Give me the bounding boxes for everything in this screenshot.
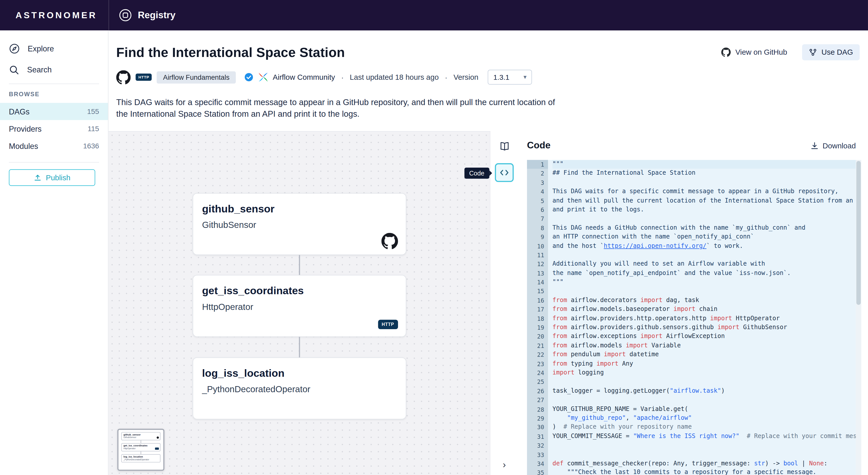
- code-line: def commit_message_checker(repo: Any, tr…: [553, 459, 856, 468]
- registry-logo-icon: [119, 8, 132, 22]
- code-scrollbar[interactable]: [856, 160, 861, 475]
- view-on-github-link[interactable]: View on GitHub: [721, 47, 787, 57]
- download-icon: [810, 141, 819, 150]
- code-viewer[interactable]: 1234567891011121314151617181920212223242…: [527, 160, 861, 475]
- use-dag-button[interactable]: Use DAG: [802, 44, 860, 60]
- line-number: 19: [527, 323, 548, 332]
- dag-edge: [299, 337, 300, 358]
- minimap-node: log_iss_location_PythonDecoratedOperator: [121, 454, 160, 463]
- line-number: 32: [527, 441, 548, 450]
- code-line: YOUR_GITHUB_REPO_NAME = Variable.get(: [553, 405, 856, 414]
- dag-node-get_iss_coordinates[interactable]: get_iss_coordinatesHttpOperatorHTTP: [192, 275, 406, 337]
- dag-graph-canvas[interactable]: github_sensorGithubSensorget_iss_coordin…: [108, 131, 491, 475]
- code-line: an HTTP connection with the name `open_n…: [553, 232, 856, 242]
- line-number: 8: [527, 223, 548, 232]
- browse-item-label: Providers: [9, 124, 41, 133]
- code-tab-button[interactable]: [495, 163, 514, 182]
- browse-list: DAGs155Providers115Modules1636: [0, 103, 108, 154]
- line-number: 2: [527, 169, 548, 178]
- sidebar-item-providers[interactable]: Providers115: [0, 120, 108, 137]
- sidebar-item-label: Explore: [28, 44, 54, 53]
- separator-dot: ·: [341, 73, 344, 81]
- code-panel-title: Code: [527, 140, 551, 151]
- code-line: from pendulum import datetime: [553, 350, 856, 359]
- dag-node-log_iss_location[interactable]: log_iss_location_PythonDecoratedOperator: [192, 357, 406, 419]
- code-line: from airflow.providers.github.sensors.gi…: [553, 323, 856, 332]
- browse-item-count: 155: [87, 107, 99, 116]
- code-line: and then will pull the current location …: [553, 196, 856, 205]
- code-line: This DAG waits for a specific commit mes…: [553, 187, 856, 196]
- code-line: """: [553, 160, 856, 169]
- publish-button[interactable]: Publish: [9, 169, 95, 186]
- topbar: ASTRONOMER Registry: [0, 0, 868, 30]
- code-line: [553, 251, 856, 260]
- line-number: 18: [527, 314, 548, 323]
- panel-tool-strip: Code ›: [491, 131, 518, 475]
- sidebar-item-dags[interactable]: DAGs155: [0, 103, 108, 120]
- download-button[interactable]: Download: [810, 141, 856, 150]
- dag-node-github_sensor[interactable]: github_sensorGithubSensor: [192, 193, 406, 255]
- use-dag-icon: [809, 48, 817, 57]
- code-line: This DAG needs a GitHub connection with …: [553, 223, 856, 232]
- sidebar-item-label: Search: [27, 65, 52, 74]
- dag-meta-row: HTTP Airflow Fundamentals Airflow Commun…: [116, 70, 860, 84]
- node-operator-type: HttpOperator: [202, 302, 397, 312]
- line-number: 17: [527, 305, 548, 314]
- line-number: 5: [527, 196, 548, 205]
- collapse-panel-button[interactable]: ›: [498, 459, 510, 472]
- line-number: 4: [527, 187, 548, 196]
- code-line: and print it to the logs.: [553, 205, 856, 214]
- code-line: """: [553, 278, 856, 287]
- code-panel: Code Download 12345678910111213141516171…: [518, 131, 868, 475]
- http-provider-icon: HTTP: [135, 74, 152, 81]
- code-tooltip-label: Code: [469, 170, 485, 176]
- code-line: and the host `https://api.open-notify.or…: [553, 242, 856, 251]
- content-row: github_sensorGithubSensorget_iss_coordin…: [108, 131, 868, 475]
- line-number: 15: [527, 287, 548, 296]
- version-value: 1.3.1: [493, 73, 509, 81]
- dag-edge: [299, 255, 300, 275]
- code-line: YOUR_COMMIT_MESSAGE = "Where is the ISS …: [553, 432, 856, 441]
- graph-minimap[interactable]: github_sensorGithubSensorget_iss_coordin…: [117, 429, 164, 471]
- tooltip-arrow: [489, 170, 492, 176]
- minimap-node-subtitle: GithubSensor: [123, 436, 158, 439]
- page-title: Find the International Space Station: [116, 44, 345, 60]
- dag-description: This DAG waits for a specific commit mes…: [116, 96, 567, 120]
- version-select[interactable]: 1.3.1 ▾: [488, 70, 532, 84]
- astronomer-logo[interactable]: ASTRONOMER: [0, 10, 108, 20]
- line-number: 20: [527, 332, 548, 341]
- line-number: 9: [527, 232, 548, 242]
- publisher-name[interactable]: Airflow Community: [273, 73, 335, 81]
- view-on-github-label: View on GitHub: [735, 48, 787, 57]
- separator-dot: ·: [445, 73, 447, 81]
- sidebar-item-search[interactable]: Search: [0, 62, 108, 78]
- tag-airflow-fundamentals[interactable]: Airflow Fundamentals: [157, 71, 236, 83]
- sidebar: Explore Search BROWSE DAGs155Providers11…: [0, 30, 108, 475]
- line-number: 28: [527, 405, 548, 414]
- dag-page-header: Find the International Space Station Vie…: [108, 30, 868, 131]
- code-panel-header: Code Download: [518, 131, 868, 160]
- line-number: 7: [527, 214, 548, 223]
- sidebar-item-explore[interactable]: Explore: [0, 40, 108, 57]
- code-line: from airflow.models.baseoperator import …: [553, 305, 856, 314]
- readme-tab-button[interactable]: [495, 137, 514, 156]
- last-updated-text: Last updated 18 hours ago: [350, 73, 439, 81]
- sidebar-item-modules[interactable]: Modules1636: [0, 137, 108, 155]
- code-line: """Check the last 10 commits to a reposi…: [553, 468, 856, 475]
- browse-item-label: Modules: [9, 141, 38, 150]
- code-line: the name `open_notify_api_endpoint` and …: [553, 269, 856, 278]
- scrollbar-thumb[interactable]: [856, 161, 861, 305]
- line-number: 10: [527, 242, 548, 251]
- code-icon: [499, 168, 509, 177]
- code-line: [553, 396, 856, 405]
- browse-section-label: BROWSE: [0, 91, 108, 97]
- browse-item-label: DAGs: [9, 107, 30, 116]
- code-line: ) # Replace with your repository name: [553, 423, 856, 432]
- minimap-node: github_sensorGithubSensor: [121, 432, 160, 440]
- registry-home-link[interactable]: Registry: [109, 8, 175, 22]
- code-gutter: 1234567891011121314151617181920212223242…: [527, 160, 548, 475]
- code-line: from airflow.models import Variable: [553, 341, 856, 350]
- line-number: 11: [527, 251, 548, 260]
- minimap-node-title: github_sensor: [123, 433, 158, 436]
- version-label: Version: [454, 73, 478, 81]
